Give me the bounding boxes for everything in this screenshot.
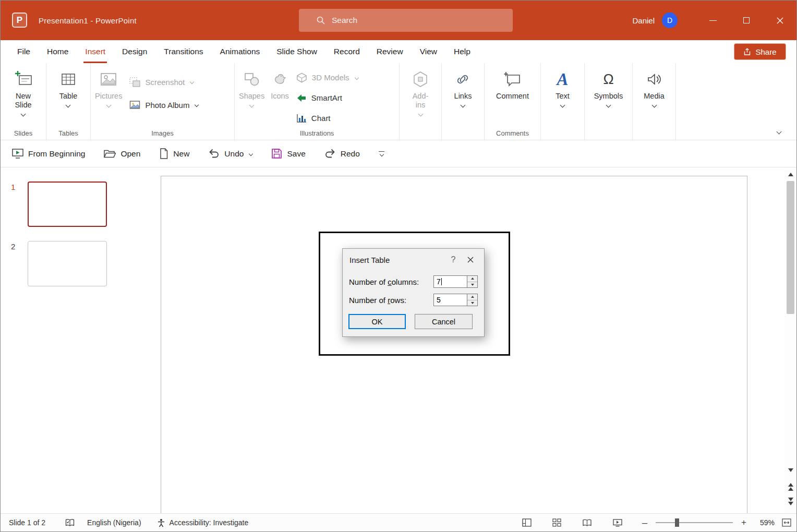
customize-toolbar-button[interactable] — [379, 151, 384, 156]
undo-button[interactable]: Undo — [208, 149, 252, 159]
columns-input[interactable]: 7 — [433, 275, 467, 288]
comment-button[interactable]: Comment — [493, 65, 532, 101]
rows-spinner-up-button[interactable] — [467, 294, 477, 300]
icons-button[interactable]: Icons — [268, 65, 292, 101]
slide-sorter-view-button[interactable] — [552, 518, 561, 527]
scroll-up-button[interactable] — [784, 168, 796, 180]
minimize-button[interactable] — [696, 1, 730, 40]
table-button[interactable]: Table — [56, 65, 81, 107]
accessibility-status[interactable]: Accessibility: Investigate — [157, 518, 249, 527]
ribbon-insert: New Slide Slides Table Tables Pictures — [1, 63, 796, 140]
zoom-in-button[interactable]: + — [740, 517, 747, 528]
3d-models-button[interactable]: 3D Models — [292, 67, 363, 88]
chevron-down-icon — [380, 152, 384, 156]
insert-table-dialog: Insert Table ? Number of columns: 7 Numb… — [342, 248, 485, 337]
dialog-title: Insert Table — [349, 256, 445, 264]
tab-design[interactable]: Design — [114, 40, 155, 63]
tab-slide-show[interactable]: Slide Show — [268, 40, 325, 63]
rows-input[interactable]: 5 — [433, 294, 467, 306]
screenshot-button[interactable]: Screenshot — [125, 70, 202, 93]
ribbon-group-symbols: Ω Symbols — [585, 63, 633, 140]
new-button[interactable]: New — [159, 148, 189, 159]
scrollbar-thumb[interactable] — [787, 181, 794, 314]
tab-transitions[interactable]: Transitions — [155, 40, 211, 63]
chart-label: Chart — [311, 114, 331, 123]
text-button[interactable]: A Text — [552, 65, 573, 107]
powerpoint-logo-icon: P — [12, 13, 27, 28]
smartart-button[interactable]: SmartArt — [292, 88, 363, 108]
group-label-comments: Comments — [485, 129, 540, 137]
tab-file[interactable]: File — [9, 40, 39, 63]
shapes-icon — [244, 69, 260, 89]
tab-home[interactable]: Home — [39, 40, 77, 63]
ok-button[interactable]: OK — [348, 314, 406, 329]
symbols-button[interactable]: Ω Symbols — [591, 65, 626, 107]
zoom-slider-thumb[interactable] — [675, 518, 679, 527]
columns-spinner-up-button[interactable] — [467, 276, 477, 282]
normal-view-button[interactable] — [522, 518, 532, 527]
pictures-icon — [100, 69, 117, 89]
open-button[interactable]: Open — [104, 149, 140, 159]
redo-icon — [324, 149, 336, 159]
tab-insert[interactable]: Insert — [77, 40, 114, 63]
vertical-scrollbar[interactable] — [784, 167, 796, 513]
chevron-down-icon — [190, 80, 194, 84]
cancel-button[interactable]: Cancel — [415, 314, 473, 329]
slide-show-button[interactable] — [613, 518, 622, 527]
chevron-down-icon — [418, 112, 423, 117]
columns-spinner-down-button[interactable] — [467, 282, 477, 288]
undo-dropdown-icon[interactable] — [249, 151, 253, 155]
slide-2-thumbnail[interactable] — [28, 241, 107, 286]
close-button[interactable] — [763, 1, 796, 40]
new-slide-button[interactable]: New Slide — [8, 65, 39, 116]
rows-spinner-down-button[interactable] — [467, 300, 477, 306]
collapse-ribbon-icon[interactable] — [777, 129, 782, 135]
pictures-button[interactable]: Pictures — [92, 65, 125, 107]
tab-animations[interactable]: Animations — [212, 40, 269, 63]
language-status[interactable]: English (Nigeria) — [87, 518, 141, 527]
links-icon — [455, 69, 470, 89]
avatar[interactable]: D — [662, 13, 678, 28]
next-slide-button[interactable] — [784, 495, 796, 507]
close-icon — [777, 17, 783, 24]
spell-check-button[interactable] — [65, 518, 75, 527]
tab-view[interactable]: View — [412, 40, 445, 63]
share-button[interactable]: Share — [734, 43, 786, 60]
quick-access-toolbar: From Beginning Open New Undo Save Redo — [1, 140, 796, 167]
add-ins-button[interactable]: Add-ins — [406, 65, 435, 116]
tab-review[interactable]: Review — [368, 40, 412, 63]
photo-album-label: Photo Album — [145, 101, 189, 110]
previous-slide-button[interactable] — [784, 481, 796, 492]
chart-button[interactable]: Chart — [292, 108, 363, 128]
chevron-down-icon — [354, 75, 358, 79]
media-button[interactable]: Media — [641, 65, 668, 107]
redo-button[interactable]: Redo — [324, 149, 360, 159]
maximize-button[interactable] — [730, 1, 763, 40]
dialog-close-button[interactable] — [461, 252, 480, 268]
fit-slide-to-window-button[interactable] — [782, 518, 791, 527]
images-stack: Screenshot Photo Album — [125, 65, 202, 116]
editing-canvas — [122, 167, 784, 513]
links-button[interactable]: Links — [451, 65, 475, 107]
shapes-button[interactable]: Shapes — [236, 65, 268, 107]
from-beginning-icon — [12, 148, 23, 159]
columns-spinner — [467, 275, 478, 288]
photo-album-button[interactable]: Photo Album — [125, 93, 202, 116]
next-slide-icon — [788, 502, 793, 505]
slide-1-thumbnail[interactable] — [28, 182, 107, 227]
reading-view-button[interactable] — [582, 519, 592, 527]
from-beginning-button[interactable]: From Beginning — [12, 148, 85, 159]
slide-indicator[interactable]: Slide 1 of 2 — [9, 518, 45, 527]
tab-record[interactable]: Record — [325, 40, 368, 63]
save-button[interactable]: Save — [271, 148, 305, 159]
slide-surface[interactable] — [161, 176, 747, 516]
search-input[interactable]: Search — [299, 9, 513, 32]
scroll-down-button[interactable] — [784, 464, 796, 476]
zoom-percentage[interactable]: 59% — [755, 518, 775, 527]
zoom-out-button[interactable]: – — [641, 517, 648, 528]
tab-help[interactable]: Help — [445, 40, 479, 63]
ribbon-group-links: Links — [442, 63, 485, 140]
scroll-up-icon — [788, 173, 793, 176]
dialog-help-button[interactable]: ? — [445, 255, 461, 264]
zoom-slider[interactable] — [656, 522, 733, 523]
